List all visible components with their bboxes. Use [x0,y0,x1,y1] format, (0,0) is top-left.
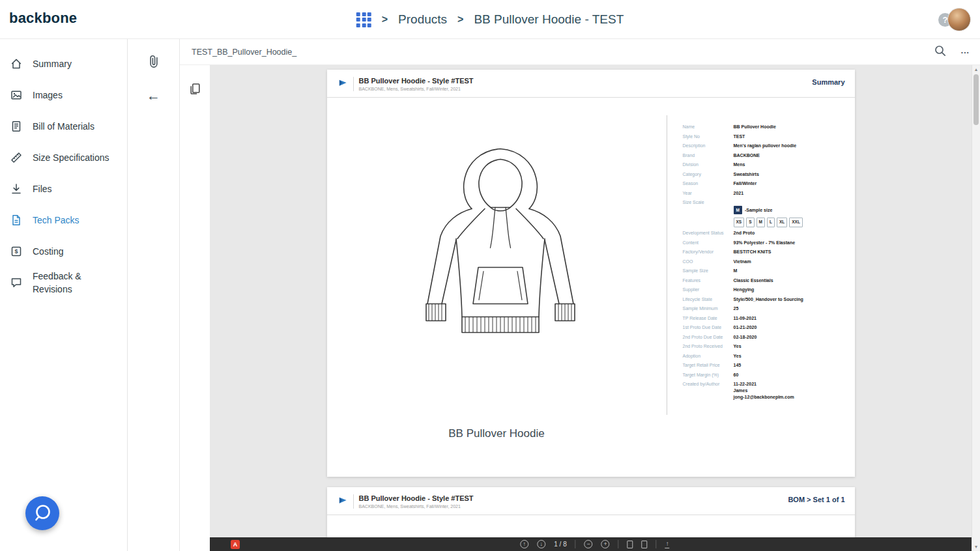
property-label: 1st Proto Due Date [683,324,734,331]
property-value: 93% Polyester - 7% Elastane [734,240,846,246]
zoom-in-button[interactable]: + [601,540,610,548]
ruler-icon [10,151,23,164]
hoodie-sketch [403,138,598,363]
doc-subtitle: BACKBONE, Mens, Sweatshirts, Fall/Winter… [359,504,474,509]
property-value: TEST [734,134,846,140]
chat-tail-icon [33,503,52,523]
paperclip-icon[interactable] [146,53,162,73]
property-row: Season Fall/Winter [683,180,850,187]
property-value: Vietnam [734,259,846,265]
pages-panel-icon[interactable] [188,82,202,98]
doc-section-label: BOM > Set 1 of 1 [788,494,844,503]
sidebar-item-images[interactable]: Images [0,79,127,111]
image-icon [10,89,23,102]
sidebar-item-size-specifications[interactable]: Size Specifications [0,142,127,173]
property-value: Hengying [734,287,846,293]
property-row: Content 93% Polyester - 7% Elastane [683,240,850,246]
property-label: 2nd Proto Received [683,343,734,350]
property-row: Name BB Pullover Hoodie [683,124,850,130]
user-avatar[interactable] [947,8,971,31]
property-row: 1st Proto Due Date 01-21-2020 [683,324,850,331]
sidebar: Summary Images Bill of Materials Size Sp… [0,39,128,551]
file-tab[interactable]: TEST_BB_Pullover_Hoodie_ [192,39,296,65]
doc-header: BB Pullover Hoodie - Style #TEST BACKBON… [327,487,855,515]
sidebar-item-costing[interactable]: $ Costing [0,236,127,267]
property-value: BB Pullover Hoodie [734,124,846,130]
search-icon[interactable] [934,44,947,60]
doc-title-block: BB Pullover Hoodie - Style #TEST BACKBON… [353,494,474,509]
receipt-icon [10,120,23,133]
sidebar-item-label: Tech Packs [33,214,112,227]
property-label: Sample Size [683,268,734,274]
document-icon [10,214,23,227]
property-value: Yes [734,343,846,350]
property-row: Target Margin (%) 60 [683,372,850,378]
sidebar-item-files[interactable]: Files [0,173,127,205]
property-label: Created by/Author [683,381,734,388]
fit-width-button[interactable] [642,541,648,548]
property-value: 25 [734,305,846,312]
doc-page1-body: BB Pullover Hoodie Name BB Pullover Hood… [327,98,855,473]
download-icon [10,182,23,195]
pdf-toolbar: A ↑ ↓ 1 / 8 − + ↑ [210,537,980,551]
app-grid-icon[interactable] [356,12,371,27]
thumbnail-rail [180,65,210,551]
sidebar-item-tech-packs[interactable]: Tech Packs [0,205,127,236]
size-box: M [757,218,765,227]
sidebar-item-label: Bill of Materials [33,120,112,133]
fit-page-button[interactable] [627,541,633,548]
support-chat-button[interactable] [25,496,59,530]
property-row: TP Release Date 11-09-2021 [683,315,850,322]
app-root: backbone > Products > BB Pullover Hoodie… [0,0,980,551]
property-label: Development Status [683,230,734,236]
property-label: Size Scale [683,199,734,206]
property-value: M [734,268,846,274]
property-value: 01-21-2020 [734,324,846,331]
property-row: Lifecycle State Style/500_Handover to So… [683,296,850,303]
property-row: 2nd Proto Due Date 02-18-2020 [683,334,850,341]
adobe-acrobat-icon[interactable]: A [231,540,240,549]
next-page-button[interactable]: ↓ [537,540,545,548]
vertical-scrollbar[interactable]: ▴ ▾ [972,65,980,551]
sidebar-item-feedback-revisions[interactable]: Feedback & Revisions [0,267,127,299]
toolbar-divider [618,540,619,548]
pages-scroll-region[interactable]: BB Pullover Hoodie - Style #TEST BACKBON… [210,65,972,551]
property-row: Target Retail Price 145 [683,362,850,369]
property-label: Features [683,277,734,284]
sidebar-item-label: Costing [33,245,112,258]
more-options-icon[interactable]: ••• [961,49,970,55]
backbone-mark-icon [338,496,348,508]
property-label: Sample Minimum [683,305,734,312]
property-row: Year 2021 [683,190,850,197]
sample-size-chip: M [734,206,742,214]
breadcrumb-products[interactable]: Products [398,12,447,27]
sidebar-item-bill-of-materials[interactable]: Bill of Materials [0,111,127,142]
property-label: Adoption [683,353,734,360]
share-button[interactable]: ↑ [665,540,670,548]
size-box: XXL [789,218,803,227]
property-value: Men's raglan pullover hoodie [734,143,846,149]
property-label: Supplier [683,287,734,293]
attachment-rail: ← [128,39,180,551]
property-value: 11-22-2021 James jong-12@backboneplm.com [734,381,846,401]
sidebar-item-label: Summary [33,57,112,70]
property-row: Features Classic Essentials [683,277,850,284]
previous-page-button[interactable]: ↑ [520,540,528,548]
backbone-logo[interactable]: backbone [9,10,77,27]
property-row: Development Status 2nd Proto [683,230,850,236]
size-scale-value: M-Sample size [734,199,846,214]
property-label: Target Margin (%) [683,372,734,378]
property-value: BESTITCH KNITS [734,249,846,255]
zoom-out-button[interactable]: − [584,540,593,548]
scrollbar-thumb[interactable] [973,74,979,125]
sidebar-item-label: Images [33,89,112,102]
sidebar-item-summary[interactable]: Summary [0,48,127,79]
scroll-down-arrow-icon[interactable]: ▾ [972,544,980,550]
scroll-up-arrow-icon[interactable]: ▴ [972,66,980,72]
property-row: 2nd Proto Received Yes [683,343,850,350]
collapse-left-icon[interactable]: ← [147,89,160,102]
dollar-icon: $ [10,245,23,258]
top-header: backbone > Products > BB Pullover Hoodie… [0,0,980,39]
breadcrumb: > Products > BB Pullover Hoodie - TEST [356,0,624,39]
sidebar-item-label: Size Specifications [33,151,112,164]
